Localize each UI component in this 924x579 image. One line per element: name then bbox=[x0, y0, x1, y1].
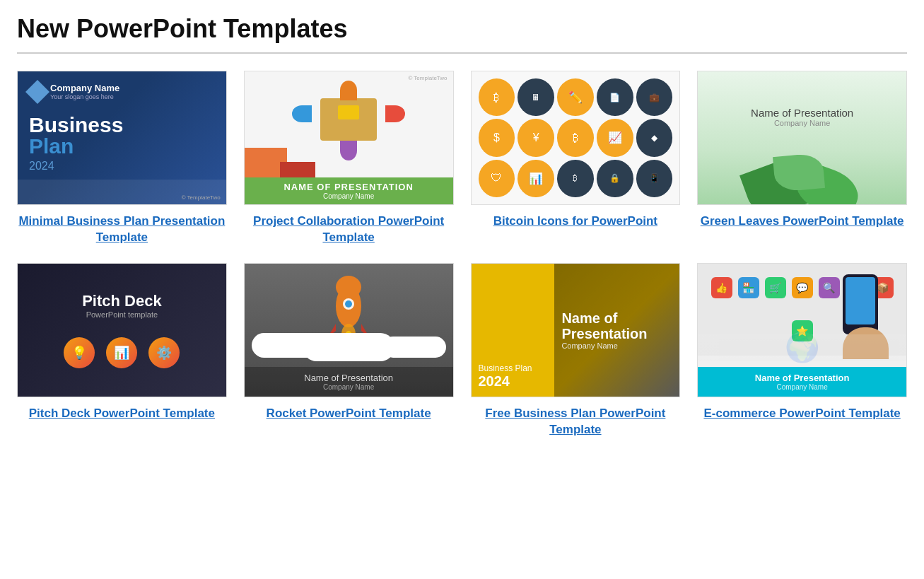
template-title-3[interactable]: Bitcoin Icons for PowerPoint bbox=[493, 214, 657, 230]
bar-icon: 📊 bbox=[517, 160, 554, 197]
list-item: NAME OF PRESENTATION Company Name © Temp… bbox=[244, 71, 454, 246]
ecom-icon-4: 💬 bbox=[792, 277, 813, 298]
ecom-icon-1: 👍 bbox=[711, 277, 732, 298]
list-item: Pitch Deck PowerPoint template 💡 📊 ⚙️ Pi… bbox=[17, 263, 227, 438]
lock-icon: 🔒 bbox=[597, 160, 633, 197]
template-preview-4[interactable]: Name of Presentation Company Name bbox=[697, 71, 907, 205]
yen-icon: ¥ bbox=[517, 119, 554, 156]
doc-icon: 📄 bbox=[597, 78, 633, 116]
pres-name: Name of Presentation bbox=[561, 310, 672, 341]
cloud-center bbox=[303, 333, 394, 361]
template-preview-1[interactable]: Company Name Your slogan goes here Busin… bbox=[17, 71, 227, 205]
section-divider bbox=[17, 52, 907, 54]
template-title-2[interactable]: Project Collaboration PowerPoint Templat… bbox=[244, 214, 454, 246]
list-item: ₿ 🖩 ✏️ 📄 💼 $ ¥ ₿ 📈 ◆ 🛡 📊 ₿ 🔒 📱 Bitcoin I… bbox=[471, 71, 681, 246]
table-item bbox=[338, 105, 359, 119]
card4-text-area: Name of Presentation Company Name bbox=[751, 107, 853, 170]
banner-company-text: Company Name bbox=[247, 192, 450, 200]
chart-icon: 📈 bbox=[597, 119, 633, 156]
person-right bbox=[385, 105, 405, 122]
person-top bbox=[340, 81, 357, 100]
ecom-icon-3: 🛒 bbox=[765, 277, 786, 298]
template-title-5[interactable]: Pitch Deck PowerPoint Template bbox=[29, 406, 215, 422]
bitcoin-grid: ₿ 🖩 ✏️ 📄 💼 $ ¥ ₿ 📈 ◆ 🛡 📊 ₿ 🔒 📱 bbox=[472, 71, 680, 204]
template-preview-3[interactable]: ₿ 🖩 ✏️ 📄 💼 $ ¥ ₿ 📈 ◆ 🛡 📊 ₿ 🔒 📱 bbox=[471, 71, 681, 205]
btc3-icon: ₿ bbox=[557, 160, 594, 197]
rocket-company: Company Name bbox=[247, 383, 450, 391]
presentation-banner: NAME OF PRESENTATION Company Name bbox=[245, 177, 453, 204]
ecom-company: Company Name bbox=[703, 383, 901, 391]
svg-point-3 bbox=[345, 300, 352, 308]
dollar-icon: $ bbox=[479, 119, 515, 156]
person-bottom bbox=[340, 141, 357, 160]
ecom-pres-name: Name of Presentation bbox=[703, 373, 901, 383]
list-item: Business Plan 2024 Name of Presentation … bbox=[471, 263, 681, 438]
pitch-sub: PowerPoint template bbox=[86, 310, 158, 319]
template-title-4[interactable]: Green Leaves PowerPoint Template bbox=[701, 214, 904, 230]
list-item: Company Name Your slogan goes here Busin… bbox=[17, 71, 227, 246]
template-preview-5[interactable]: Pitch Deck PowerPoint template 💡 📊 ⚙️ bbox=[17, 263, 227, 397]
template-preview-8[interactable]: 👍 🏪 🛒 💬 🔍 💳 📦 ⭐ 🌍 Na bbox=[697, 263, 907, 397]
slogan-text: Your slogan goes here bbox=[50, 93, 119, 100]
person-left bbox=[292, 105, 312, 122]
templates-grid: Company Name Your slogan goes here Busin… bbox=[17, 71, 907, 438]
list-item: Name of Presentation Company Name Rocket… bbox=[244, 263, 454, 438]
circle-icon-2: 📊 bbox=[106, 337, 137, 368]
banner-name-text: NAME OF PRESENTATION bbox=[247, 182, 450, 192]
people-illustration bbox=[278, 77, 419, 162]
template-title-1[interactable]: Minimal Business Plan Presentation Templ… bbox=[17, 214, 227, 246]
ecom-banner: Name of Presentation Company Name bbox=[698, 367, 906, 397]
circle-icon-1: 💡 bbox=[64, 337, 95, 368]
template-title-8[interactable]: E-commerce PowerPoint Template bbox=[703, 406, 900, 422]
year-text: 2024 bbox=[29, 160, 215, 172]
template-preview-7[interactable]: Business Plan 2024 Name of Presentation … bbox=[471, 263, 681, 397]
pen-icon: ✏️ bbox=[557, 78, 594, 116]
list-item: 👍 🏪 🛒 💬 🔍 💳 📦 ⭐ 🌍 Na bbox=[697, 263, 907, 438]
company-name: Company Name bbox=[751, 119, 853, 127]
ecom-icon-2: 🏪 bbox=[738, 277, 759, 298]
company-name-text: Company Name bbox=[50, 83, 119, 93]
svg-point-1 bbox=[336, 276, 361, 298]
template-title-7[interactable]: Free Business Plan PowerPoint Template bbox=[471, 406, 681, 438]
pitch-heading: Pitch Deck bbox=[82, 292, 162, 310]
calc-icon: 🖩 bbox=[517, 78, 554, 116]
template-preview-6[interactable]: Name of Presentation Company Name bbox=[244, 263, 454, 397]
btc-icon: ₿ bbox=[479, 78, 515, 116]
heading1-text: Business bbox=[29, 115, 215, 136]
list-item: Name of Presentation Company Name Green … bbox=[697, 71, 907, 246]
logo-diamond bbox=[25, 80, 49, 104]
template-preview-2[interactable]: NAME OF PRESENTATION Company Name © Temp… bbox=[244, 71, 454, 205]
eth-icon: ◆ bbox=[636, 119, 673, 156]
table-shape bbox=[320, 98, 377, 141]
template-title-6[interactable]: Rocket PowerPoint Template bbox=[267, 406, 431, 422]
card7-left-panel: Business Plan 2024 bbox=[472, 264, 555, 397]
btc2-icon: ₿ bbox=[557, 119, 594, 156]
page-title: New PowerPoint Templates bbox=[17, 14, 907, 44]
ecom-icon-5: 🔍 bbox=[819, 277, 840, 298]
watermark-text: © TemplateTwo bbox=[182, 194, 221, 201]
briefcase-icon: 💼 bbox=[636, 78, 673, 116]
pitch-circles: 💡 📊 ⚙️ bbox=[64, 337, 180, 368]
heading2-text: Plan bbox=[29, 136, 215, 157]
world-map-bg: 🌍 bbox=[698, 334, 906, 361]
rocket-footer: Name of Presentation Company Name bbox=[245, 367, 453, 397]
shield-icon: 🛡 bbox=[479, 160, 515, 197]
watermark-text: © TemplateTwo bbox=[408, 75, 447, 81]
company-text: Company Name bbox=[561, 341, 672, 350]
phone-device bbox=[843, 274, 878, 334]
bp-label: Business Plan bbox=[479, 363, 532, 373]
card7-right-panel: Name of Presentation Company Name bbox=[554, 264, 679, 397]
circle-icon-3: ⚙️ bbox=[148, 337, 180, 368]
year-text: 2024 bbox=[479, 373, 510, 390]
phone-icon: 📱 bbox=[636, 160, 673, 197]
presentation-name: Name of Presentation bbox=[751, 107, 853, 119]
rocket-pres-name: Name of Presentation bbox=[247, 373, 450, 383]
